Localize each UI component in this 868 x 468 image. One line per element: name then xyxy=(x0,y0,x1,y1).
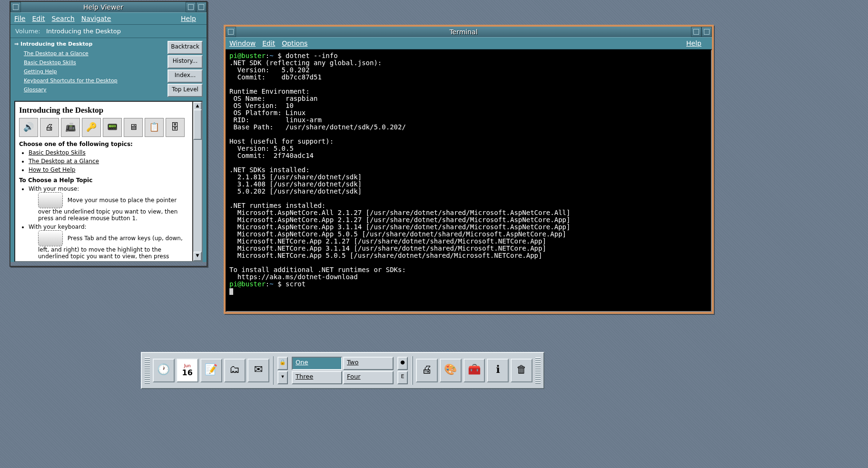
topic-link[interactable]: How to Get Help xyxy=(29,166,75,173)
clock-icon[interactable]: 🕐 xyxy=(153,359,175,382)
helpviewer-menubar: File Edit Search Navigate Help xyxy=(10,12,207,25)
index-button[interactable]: Index... xyxy=(168,69,203,83)
speaker-icon: 🔊 xyxy=(19,118,38,137)
menu-window[interactable]: Window xyxy=(229,39,256,47)
topic-link[interactable]: The Desktop at a Glance xyxy=(29,158,99,165)
menu-help[interactable]: Help xyxy=(686,39,701,47)
help-content-pane: Introducing the Desktop 🔊 🖨 📠 🔑 📟 🖥 📋 🗄 … xyxy=(14,101,203,262)
content-scrollbar[interactable]: ▲ ▼ xyxy=(192,102,202,261)
nav-heading[interactable]: Introducing the Desktop xyxy=(14,41,162,47)
nav-item[interactable]: Keyboard Shortcuts for the Desktop xyxy=(24,76,162,85)
menu-options[interactable]: Options xyxy=(282,39,307,47)
backtrack-button[interactable]: Backtrack xyxy=(168,41,203,54)
lock-button[interactable]: 🔒 xyxy=(277,357,288,370)
nav-item[interactable]: Basic Desktop Skills xyxy=(24,58,162,67)
volume-value[interactable]: Introducing the Desktop xyxy=(46,28,121,35)
workspace-button-three[interactable]: Three xyxy=(292,371,342,384)
busy-light-icon: ● xyxy=(397,357,408,370)
calendar-icon[interactable]: Jun 16 xyxy=(177,359,198,382)
cde-front-panel[interactable]: 🕐 Jun 16 📝 🗂 ✉ 🔒 ▾ One Two Three Four ● … xyxy=(141,352,544,389)
maximize-button[interactable] xyxy=(701,27,712,37)
nav-item[interactable]: Glossary xyxy=(24,85,162,94)
icon-row: 🔊 🖨 📠 🔑 📟 🖥 📋 🗄 xyxy=(19,118,188,137)
printer-panel-icon[interactable]: 🖨 xyxy=(416,359,438,382)
volume-row: Volume: Introducing the Desktop xyxy=(10,25,207,38)
menu-help[interactable]: Help xyxy=(181,15,196,22)
workspace-button-four[interactable]: Four xyxy=(343,371,394,384)
terminal-window: Terminal Window Edit Options Help pi@bus… xyxy=(224,25,714,314)
terminal-menubar: Window Edit Options Help xyxy=(226,37,712,49)
mouse-icon xyxy=(38,192,63,208)
info-icon[interactable]: ℹ xyxy=(487,359,509,382)
mouse-heading: With your mouse: xyxy=(29,185,79,192)
minimize-button[interactable] xyxy=(186,2,196,12)
menu-edit[interactable]: Edit xyxy=(262,39,275,47)
menu-edit[interactable]: Edit xyxy=(32,15,45,22)
trash-icon[interactable]: 🗑 xyxy=(511,359,533,382)
exit-button[interactable]: E xyxy=(397,371,408,384)
content-title: Introducing the Desktop xyxy=(19,106,188,115)
terminal-titlebar[interactable]: Terminal xyxy=(226,27,712,37)
monitor-icon: 🖥 xyxy=(124,118,143,137)
maximize-button[interactable] xyxy=(196,2,207,12)
pda-icon: 📟 xyxy=(103,118,122,137)
scroll-down-arrow[interactable]: ▼ xyxy=(193,252,202,261)
mail-icon[interactable]: ✉ xyxy=(247,359,269,382)
terminal-cursor xyxy=(229,288,233,295)
nav-item[interactable]: The Desktop at a Glance xyxy=(24,49,162,58)
fax-icon: 📠 xyxy=(61,118,80,137)
file-manager-icon[interactable]: 🗂 xyxy=(224,359,246,382)
menu-search[interactable]: Search xyxy=(52,15,75,22)
helpviewer-title: Help Viewer xyxy=(21,2,186,12)
toplevel-button[interactable]: Top Level xyxy=(168,84,203,97)
notes-icon: 📋 xyxy=(145,118,164,137)
kbd-heading: With your keyboard: xyxy=(29,224,87,230)
workspace-menu-button[interactable]: ▾ xyxy=(277,371,288,384)
nav-item[interactable]: Getting Help xyxy=(24,67,162,76)
panel-handle[interactable] xyxy=(145,357,150,384)
helpviewer-titlebar[interactable]: Help Viewer xyxy=(10,2,207,12)
terminal-output-text: .NET SDK (reflecting any global.json): V… xyxy=(229,59,570,281)
contents-tree: Introducing the Desktop The Desktop at a… xyxy=(10,38,166,101)
workspace-pager: One Two Three Four xyxy=(292,357,394,384)
menu-navigate[interactable]: Navigate xyxy=(81,15,111,22)
menu-file[interactable]: File xyxy=(14,15,25,22)
terminal-output[interactable]: pi@buster:~ $ dotnet --info .NET SDK (re… xyxy=(226,49,712,312)
style-manager-icon[interactable]: 🎨 xyxy=(440,359,462,382)
workspace-button-one[interactable]: One xyxy=(292,357,342,370)
history-button[interactable]: History... xyxy=(168,55,203,68)
window-menu-button[interactable] xyxy=(226,27,236,37)
workspace-button-two[interactable]: Two xyxy=(343,357,394,370)
panel-handle[interactable] xyxy=(535,357,541,384)
keys-icon: 🔑 xyxy=(82,118,101,137)
volume-label: Volume: xyxy=(15,28,40,35)
editor-icon[interactable]: 📝 xyxy=(200,359,222,382)
terminal-title: Terminal xyxy=(236,27,691,37)
printer-icon: 🖨 xyxy=(40,118,59,137)
app-manager-icon[interactable]: 🧰 xyxy=(464,359,485,382)
minimize-button[interactable] xyxy=(691,27,701,37)
helpviewer-window: Help Viewer File Edit Search Navigate He… xyxy=(10,1,207,267)
window-menu-button[interactable] xyxy=(10,2,21,12)
choose-label: Choose one of the following topics: xyxy=(19,141,133,147)
drawer-icon: 🗄 xyxy=(166,118,185,137)
scroll-thumb[interactable] xyxy=(193,109,202,140)
choose-help-label: To Choose a Help Topic xyxy=(19,177,92,184)
topic-link[interactable]: Basic Desktop Skills xyxy=(29,149,86,156)
nav-buttons: Backtrack History... Index... Top Level xyxy=(166,38,207,101)
keyboard-icon xyxy=(38,230,63,246)
